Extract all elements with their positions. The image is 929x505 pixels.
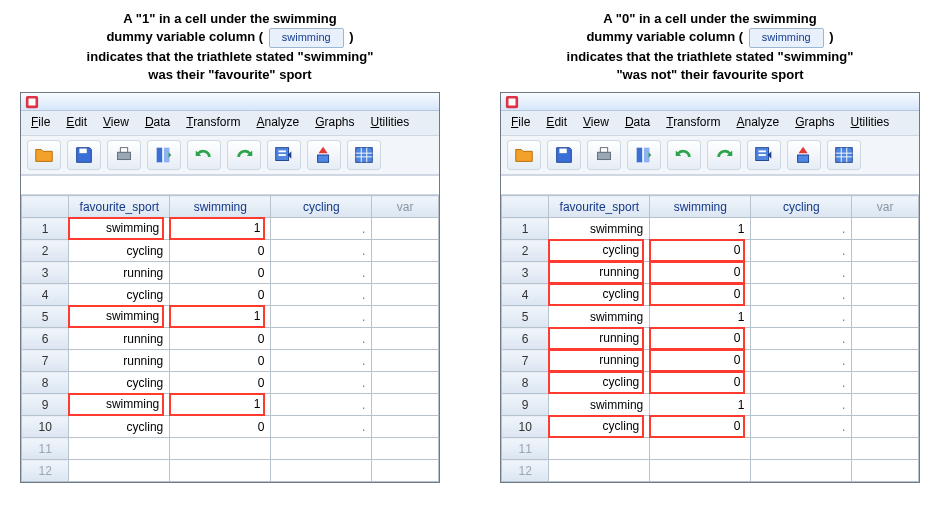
cell-cycling[interactable]: .	[751, 306, 852, 328]
col-header-cycling[interactable]: cycling	[271, 196, 372, 218]
menu-view[interactable]: View	[583, 115, 609, 129]
menu-graphs[interactable]: Graphs	[315, 115, 354, 129]
cell-var[interactable]	[372, 218, 439, 240]
row-number[interactable]: 10	[22, 416, 69, 438]
cell-cycling[interactable]: .	[271, 306, 372, 328]
row-number[interactable]: 6	[502, 328, 549, 350]
cell-favourite-sport[interactable]: swimming	[69, 306, 170, 328]
cell-cycling[interactable]: .	[271, 372, 372, 394]
cell-favourite-sport[interactable]: swimming	[69, 394, 170, 416]
menu-view[interactable]: View	[103, 115, 129, 129]
undo-button[interactable]	[187, 140, 221, 170]
cell-swimming[interactable]: 0	[650, 350, 751, 372]
row-number[interactable]: 2	[22, 240, 69, 262]
col-header-var[interactable]: var	[372, 196, 439, 218]
empty-cell[interactable]	[549, 438, 650, 460]
empty-cell[interactable]	[271, 460, 372, 482]
cell-var[interactable]	[852, 218, 919, 240]
cell-swimming[interactable]: 0	[650, 372, 751, 394]
empty-cell[interactable]	[650, 438, 751, 460]
empty-cell[interactable]	[751, 460, 852, 482]
empty-cell[interactable]	[852, 438, 919, 460]
cell-swimming[interactable]: 0	[170, 262, 271, 284]
menu-transform[interactable]: Transform	[666, 115, 720, 129]
cell-var[interactable]	[852, 240, 919, 262]
cell-favourite-sport[interactable]: cycling	[69, 416, 170, 438]
cell-cycling[interactable]: .	[751, 240, 852, 262]
sort-button[interactable]	[787, 140, 821, 170]
cell-favourite-sport[interactable]: swimming	[69, 218, 170, 240]
row-number[interactable]: 3	[502, 262, 549, 284]
print-button[interactable]	[587, 140, 621, 170]
undo-button[interactable]	[667, 140, 701, 170]
cell-var[interactable]	[852, 306, 919, 328]
corner-header[interactable]	[502, 196, 549, 218]
redo-button[interactable]	[227, 140, 261, 170]
cell-swimming[interactable]: 1	[170, 306, 271, 328]
formula-bar[interactable]	[21, 175, 439, 195]
menu-graphs[interactable]: Graphs	[795, 115, 834, 129]
empty-cell[interactable]	[372, 438, 439, 460]
cell-swimming[interactable]: 1	[650, 218, 751, 240]
cell-var[interactable]	[852, 284, 919, 306]
save-button[interactable]	[547, 140, 581, 170]
cell-cycling[interactable]: .	[751, 218, 852, 240]
col-header-swimming[interactable]: swimming	[170, 196, 271, 218]
redo-button[interactable]	[707, 140, 741, 170]
menu-edit[interactable]: Edit	[66, 115, 87, 129]
cell-var[interactable]	[372, 284, 439, 306]
empty-cell[interactable]	[549, 460, 650, 482]
cell-favourite-sport[interactable]: cycling	[549, 284, 650, 306]
cell-swimming[interactable]: 0	[650, 284, 751, 306]
empty-cell[interactable]	[372, 460, 439, 482]
menu-data[interactable]: Data	[625, 115, 650, 129]
cell-favourite-sport[interactable]: cycling	[549, 240, 650, 262]
cell-cycling[interactable]: .	[271, 240, 372, 262]
cell-cycling[interactable]: .	[751, 372, 852, 394]
cell-var[interactable]	[852, 328, 919, 350]
row-number[interactable]: 11	[502, 438, 549, 460]
cell-cycling[interactable]: .	[271, 416, 372, 438]
empty-cell[interactable]	[69, 438, 170, 460]
menu-file[interactable]: File	[511, 115, 530, 129]
columns-button[interactable]	[627, 140, 661, 170]
cell-favourite-sport[interactable]: running	[549, 350, 650, 372]
menu-data[interactable]: Data	[145, 115, 170, 129]
row-number[interactable]: 3	[22, 262, 69, 284]
cell-cycling[interactable]: .	[271, 394, 372, 416]
cell-swimming[interactable]: 0	[170, 372, 271, 394]
cell-cycling[interactable]: .	[751, 284, 852, 306]
cell-swimming[interactable]: 0	[170, 328, 271, 350]
import-button[interactable]	[267, 140, 301, 170]
menu-edit[interactable]: Edit	[546, 115, 567, 129]
open-button[interactable]	[27, 140, 61, 170]
cell-swimming[interactable]: 0	[170, 350, 271, 372]
cell-cycling[interactable]: .	[271, 284, 372, 306]
cell-var[interactable]	[372, 306, 439, 328]
cell-favourite-sport[interactable]: swimming	[549, 394, 650, 416]
table-button[interactable]	[347, 140, 381, 170]
row-number[interactable]: 12	[502, 460, 549, 482]
col-header-cycling[interactable]: cycling	[751, 196, 852, 218]
cell-var[interactable]	[372, 328, 439, 350]
cell-cycling[interactable]: .	[271, 218, 372, 240]
row-number[interactable]: 7	[22, 350, 69, 372]
cell-var[interactable]	[852, 394, 919, 416]
save-button[interactable]	[67, 140, 101, 170]
cell-swimming[interactable]: 0	[650, 416, 751, 438]
menu-utilities[interactable]: Utilities	[371, 115, 410, 129]
cell-cycling[interactable]: .	[751, 416, 852, 438]
cell-swimming[interactable]: 0	[650, 240, 751, 262]
cell-favourite-sport[interactable]: cycling	[69, 372, 170, 394]
table-button[interactable]	[827, 140, 861, 170]
cell-favourite-sport[interactable]: cycling	[549, 372, 650, 394]
row-number[interactable]: 7	[502, 350, 549, 372]
row-number[interactable]: 10	[502, 416, 549, 438]
row-number[interactable]: 5	[22, 306, 69, 328]
corner-header[interactable]	[22, 196, 69, 218]
cell-var[interactable]	[852, 262, 919, 284]
cell-swimming[interactable]: 1	[650, 306, 751, 328]
row-number[interactable]: 9	[22, 394, 69, 416]
columns-button[interactable]	[147, 140, 181, 170]
cell-cycling[interactable]: .	[271, 350, 372, 372]
